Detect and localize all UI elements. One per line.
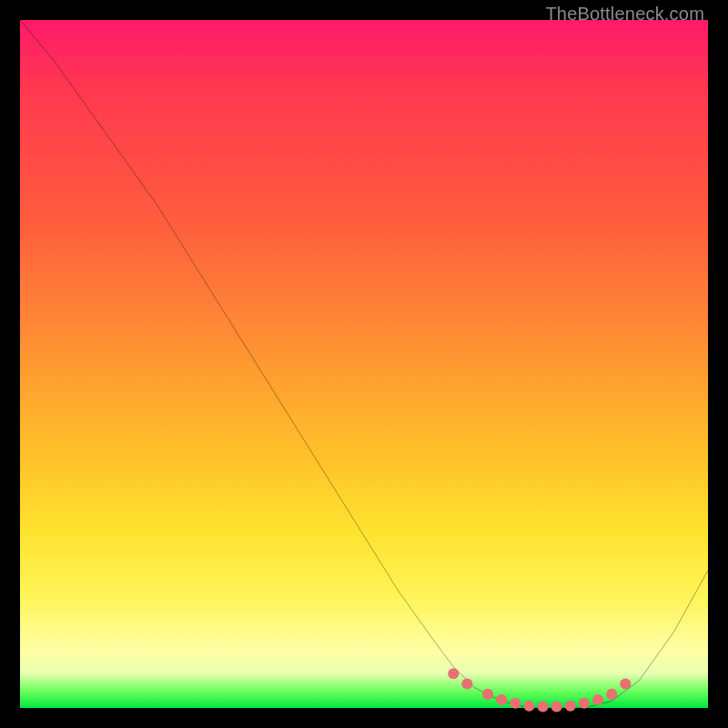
marker-dot <box>620 678 631 689</box>
optimal-range-markers <box>448 668 631 712</box>
marker-dot <box>538 701 549 712</box>
marker-dot <box>448 668 459 679</box>
marker-dot <box>606 689 617 700</box>
chart-container: TheBottleneck.com <box>0 0 728 728</box>
marker-dot <box>510 698 521 709</box>
marker-dot <box>565 701 576 712</box>
marker-dot <box>592 694 603 705</box>
bottleneck-curve <box>20 20 708 708</box>
chart-svg <box>20 20 708 708</box>
marker-dot <box>461 678 472 689</box>
marker-dot <box>579 698 590 709</box>
curve-line <box>20 20 708 708</box>
marker-dot <box>496 694 507 705</box>
plot-area <box>20 20 708 708</box>
marker-dot <box>551 701 562 712</box>
marker-dot <box>523 701 534 712</box>
marker-dot <box>482 689 493 700</box>
